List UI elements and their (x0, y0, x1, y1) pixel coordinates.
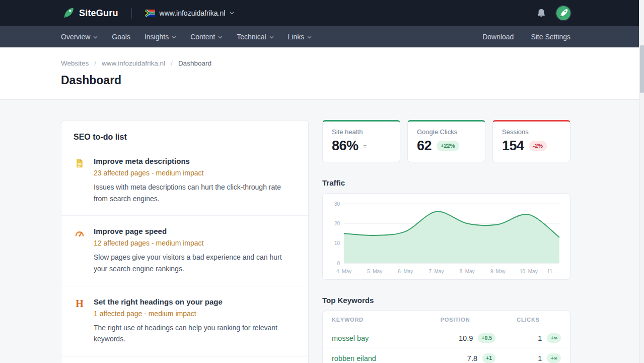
keyword-link[interactable]: mossel bay (332, 334, 415, 342)
clicks-value: 1 (538, 334, 542, 342)
todo-item-description: Slow pages give your visitors a bad expe… (94, 252, 296, 274)
todo-item-body: Improve page speed 12 affected pages - m… (94, 227, 296, 274)
stat-value: 62 (417, 138, 432, 154)
position-cell: 7.8 +1 (415, 353, 495, 363)
stat-value: 154 (502, 138, 524, 154)
brand[interactable]: SiteGuru (61, 7, 118, 20)
todo-item-title[interactable]: Improve meta descriptions (94, 157, 296, 165)
stat-trend-badge: -2% (529, 141, 547, 151)
stat-value-row: 154 -2% (502, 138, 561, 154)
siteguru-rocket-logo-icon (61, 7, 75, 20)
todo-item-title[interactable]: Improve page speed (94, 227, 296, 235)
breadcrumb-site[interactable]: www.infozuidafrika.nl (102, 59, 165, 67)
svg-text:20: 20 (334, 221, 340, 226)
avatar[interactable] (555, 5, 571, 21)
nav-technical[interactable]: Technical (237, 33, 273, 41)
breadcrumb-current: Dashboard (178, 59, 211, 67)
page-title: Dashboard (61, 74, 644, 87)
nav-site-settings[interactable]: Site Settings (531, 33, 570, 41)
nav-goals[interactable]: Goals (112, 33, 130, 41)
stat-trend-badge: = (364, 143, 367, 149)
nav-goals-label: Goals (112, 33, 130, 41)
stat-card-google-clicks: Google Clicks 62 +22% (407, 120, 485, 162)
nav-overview-label: Overview (61, 33, 90, 41)
svg-text:7. May: 7. May (428, 269, 444, 274)
chevron-down-icon (93, 36, 98, 39)
position-value: 7.8 (467, 354, 477, 362)
keyword-row: mossel bay 10.9 +0.5 1 +∞ (323, 328, 570, 348)
traffic-chart-card: 01020304. May5. May6. May7. May8. May9. … (322, 193, 570, 280)
nav-technical-label: Technical (237, 33, 266, 41)
stat-card-site-health: Site health 86% = (322, 120, 400, 162)
svg-text:4. May: 4. May (336, 269, 351, 274)
todo-item-meta-descriptions[interactable]: Improve meta descriptions 23 affected pa… (61, 146, 308, 215)
stat-value-row: 86% = (332, 138, 391, 154)
breadcrumb: Websites / www.infozuidafrika.nl / Dashb… (61, 59, 644, 67)
stat-card-sessions: Sessions 154 -2% (492, 120, 570, 162)
page-header: Websites / www.infozuidafrika.nl / Dashb… (0, 47, 644, 100)
site-selector-label: www.infozuidafrika.nl (160, 9, 226, 17)
todo-item-headings[interactable]: H Set the right headings on your page 1 … (61, 286, 308, 356)
todo-item-body: Improve meta descriptions 23 affected pa… (94, 157, 296, 204)
svg-text:6. May: 6. May (398, 269, 413, 274)
main-content: SEO to-do list Improve meta descriptions… (0, 100, 644, 363)
clicks-cell: 1 +∞ (495, 333, 561, 343)
column-header-clicks: CLICKS (495, 317, 561, 323)
notifications-bell-button[interactable] (536, 8, 546, 19)
position-value: 10.9 (459, 334, 473, 342)
todo-list-title: SEO to-do list (61, 120, 308, 146)
site-selector[interactable]: www.infozuidafrika.nl (145, 9, 235, 17)
clicks-cell: 1 +∞ (495, 353, 561, 363)
nav-insights-label: Insights (145, 33, 169, 41)
meta-description-document-icon (74, 157, 86, 204)
clicks-value: 1 (538, 354, 542, 362)
avatar-rocket-icon (558, 8, 568, 18)
nav-insights[interactable]: Insights (145, 33, 176, 41)
main-nav: Overview Goals Insights Content Technica… (0, 26, 644, 47)
breadcrumb-websites[interactable]: Websites (61, 59, 89, 67)
keyword-link[interactable]: robben eiland (332, 354, 415, 362)
todo-item-body: Set the right headings on your page 1 af… (94, 297, 296, 345)
clicks-change-badge: +∞ (547, 353, 561, 363)
stat-label: Google Clicks (417, 128, 476, 136)
todo-item-page-speed[interactable]: Improve page speed 12 affected pages - m… (61, 215, 308, 285)
todo-item-description: Issues with meta descriptions can hurt t… (94, 182, 296, 204)
svg-text:30: 30 (334, 201, 340, 207)
heading-icon-glyph: H (76, 298, 84, 345)
scrollbar[interactable] (639, 0, 644, 363)
nav-download[interactable]: Download (482, 33, 514, 41)
nav-links-label: Links (288, 33, 305, 41)
brand-name: SiteGuru (79, 8, 118, 19)
nav-links[interactable]: Links (288, 33, 312, 41)
heading-icon: H (74, 297, 86, 345)
todo-item-title[interactable]: Set the right headings on your page (94, 297, 296, 306)
position-change-badge: +1 (482, 353, 495, 363)
breadcrumb-separator: / (171, 59, 173, 67)
bell-icon (536, 8, 546, 19)
column-header-keyword: KEYWORD (332, 317, 415, 323)
scrollbar-thumb[interactable] (640, 45, 644, 93)
svg-text:9. May: 9. May (490, 269, 506, 274)
clicks-change-badge: +∞ (547, 333, 561, 343)
topbar-divider (131, 8, 132, 19)
traffic-area-chart: 01020304. May5. May6. May7. May8. May9. … (327, 201, 566, 277)
todo-item-meta: 23 affected pages - medium impact (94, 169, 296, 177)
svg-text:11. ...: 11. ... (547, 269, 559, 274)
chevron-down-icon (218, 36, 223, 39)
chevron-down-icon (172, 36, 176, 39)
stat-label: Site health (332, 128, 391, 136)
todo-item-opengraph[interactable]: Add OpenGraph tags for easier sharing 11… (61, 356, 308, 363)
nav-overview[interactable]: Overview (61, 33, 98, 41)
keyword-row: robben eiland 7.8 +1 1 +∞ (323, 348, 570, 363)
todo-item-description: The right use of headings can help you r… (94, 322, 296, 345)
stat-value-row: 62 +22% (417, 138, 476, 154)
nav-content[interactable]: Content (190, 33, 223, 41)
svg-text:5. May: 5. May (367, 269, 382, 274)
todo-item-meta: 1 affected page - medium impact (94, 310, 296, 318)
position-change-badge: +0.5 (478, 333, 495, 343)
nav-site-settings-label: Site Settings (531, 33, 570, 41)
stats-row: Site health 86% = Google Clicks 62 +22% … (322, 120, 570, 162)
right-column: Site health 86% = Google Clicks 62 +22% … (322, 120, 570, 363)
svg-text:8. May: 8. May (460, 269, 475, 274)
topbar-right (536, 5, 571, 21)
